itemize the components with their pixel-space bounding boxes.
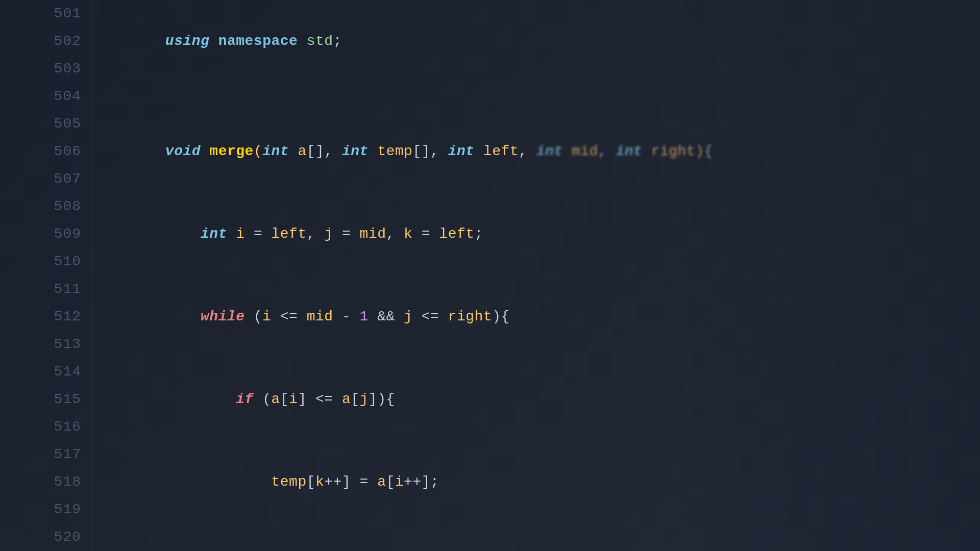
line-num-507: 507 — [10, 165, 81, 193]
line-num-512: 512 — [10, 303, 81, 331]
code-editor: 501 502 503 504 505 506 507 508 509 510 … — [0, 0, 980, 551]
code-line-508: }else{ — [112, 523, 980, 551]
code-line-505: while (i <= mid - 1 && j <= right){ — [112, 276, 980, 358]
line-num-509: 509 — [10, 220, 81, 248]
line-num-510: 510 — [10, 248, 81, 276]
code-line-501: using namespace std; — [112, 0, 980, 83]
line-num-520: 520 — [10, 523, 81, 551]
line-num-505: 505 — [10, 110, 81, 138]
line-num-516: 516 — [10, 413, 81, 441]
code-line-506: if (a[i] <= a[j]){ — [112, 358, 980, 441]
line-num-508: 508 — [10, 193, 81, 220]
line-num-502: 502 — [10, 28, 81, 55]
line-numbers: 501 502 503 504 505 506 507 508 509 510 … — [0, 0, 92, 551]
code-line-503: void merge(int a[], int temp[], int left… — [112, 110, 980, 193]
code-line-502 — [112, 83, 980, 110]
code-content: using namespace std; void merge(int a[],… — [92, 0, 980, 551]
line-num-519: 519 — [10, 496, 81, 523]
code-line-507: temp[k++] = a[i++]; — [112, 441, 980, 523]
line-num-513: 513 — [10, 331, 81, 358]
line-num-503: 503 — [10, 55, 81, 83]
line-num-515: 515 — [10, 386, 81, 413]
line-num-501: 501 — [10, 0, 81, 28]
line-num-517: 517 — [10, 441, 81, 468]
line-num-518: 518 — [10, 468, 81, 496]
line-num-504: 504 — [10, 83, 81, 110]
code-line-504: int i = left, j = mid, k = left; — [112, 193, 980, 276]
line-num-514: 514 — [10, 358, 81, 386]
line-num-506: 506 — [10, 138, 81, 165]
line-num-511: 511 — [10, 276, 81, 303]
